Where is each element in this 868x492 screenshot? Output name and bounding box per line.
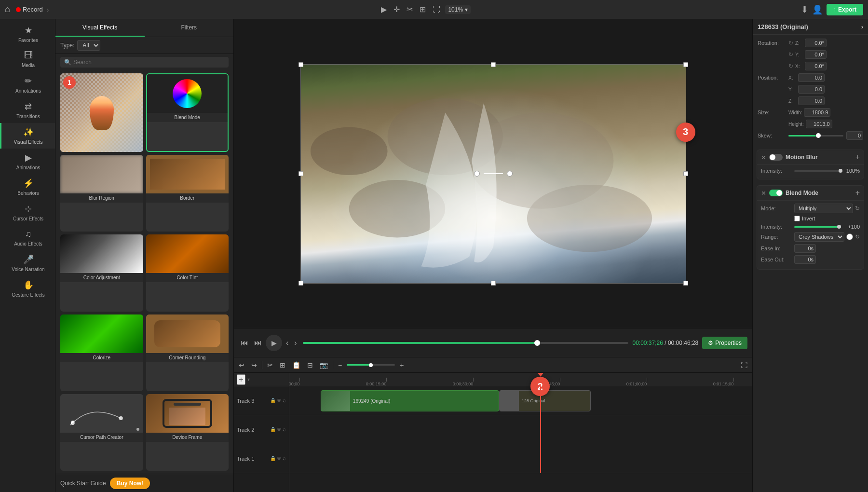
playhead-marker[interactable] (538, 373, 543, 377)
export-button[interactable]: ↑ Export (827, 4, 863, 15)
blend-intensity-slider[interactable] (794, 226, 841, 228)
tab-visual-effects[interactable]: Visual Effects (55, 19, 145, 37)
blend-intensity-thumb[interactable] (837, 225, 841, 229)
search-input[interactable] (73, 59, 225, 66)
width-input[interactable] (804, 108, 830, 117)
handle-mid-left[interactable] (298, 171, 303, 176)
motion-blur-remove[interactable]: ✕ (761, 154, 766, 161)
invert-checkbox[interactable] (794, 216, 800, 221)
timeline-scrubber[interactable] (303, 342, 629, 344)
mode-select[interactable]: Multiply (794, 204, 853, 213)
handle-top-left[interactable] (298, 62, 303, 67)
track-3-lane[interactable]: 169249 (Original) 128 Original 2 (289, 386, 752, 415)
copy-button[interactable]: ⊞ (278, 360, 287, 370)
paste-button[interactable]: 📋 (290, 360, 302, 370)
sidebar-item-animations[interactable]: ▶ Animations (0, 149, 55, 174)
handle-bottom-mid[interactable] (491, 281, 496, 286)
blend-mode-toggle[interactable] (769, 190, 783, 196)
sidebar-item-behaviors[interactable]: ⚡ Behaviors (0, 174, 55, 200)
fullscreen-icon[interactable]: ⛶ (431, 4, 442, 15)
track-3-mute[interactable]: 👁 (277, 398, 282, 403)
track-3-solo[interactable]: ♫ (283, 398, 286, 403)
cut-button[interactable]: ✂ (265, 360, 275, 370)
handle-mid-right[interactable] (683, 171, 688, 176)
mode-refresh[interactable]: ↻ (855, 205, 860, 212)
track-2-lane[interactable] (289, 415, 752, 444)
blend-mode-add[interactable]: + (855, 189, 860, 197)
scrubber-track[interactable] (303, 342, 629, 344)
prev-clip-button[interactable]: ‹ (284, 337, 290, 349)
rotation-x-input[interactable] (805, 62, 827, 70)
handle-bottom-left[interactable] (298, 281, 303, 286)
effect-color-adjustment[interactable]: Color Adjustment (60, 234, 143, 311)
handle-bottom-right[interactable] (683, 281, 688, 286)
undo-button[interactable]: ↩ (237, 360, 246, 370)
zoom-control[interactable]: 101% ▾ (445, 5, 471, 14)
motion-blur-toggle[interactable] (769, 154, 783, 161)
track-2-mute[interactable]: 👁 (277, 427, 282, 432)
scrubber-thumb[interactable] (534, 340, 540, 346)
record-screen-icon[interactable]: ⊞ (418, 4, 428, 15)
effect-corner-rounding[interactable]: Corner Rounding (146, 314, 229, 391)
intensity-slider-thumb[interactable] (839, 169, 842, 173)
buy-now-button[interactable]: Buy Now! (110, 478, 150, 489)
effect-border[interactable]: Border (146, 155, 229, 232)
tab-filters[interactable]: Filters (145, 19, 234, 37)
sidebar-item-visual-effects[interactable]: ✨ Visual Effects (0, 123, 55, 149)
step-back-button[interactable]: ⏮ (239, 337, 250, 349)
effect-blur-region[interactable]: Blur Region (60, 155, 143, 232)
track-1-mute[interactable]: 👁 (277, 456, 282, 461)
rotation-y-input[interactable] (805, 50, 827, 59)
search-box[interactable]: 🔍 (60, 57, 229, 68)
zoom-in-button[interactable]: + (398, 360, 406, 370)
rotate-y-icon[interactable]: ↻ (788, 63, 793, 69)
cursor-tool-icon[interactable]: ✛ (392, 4, 402, 15)
sidebar-item-gesture-effects[interactable]: ✋ Gesture Effects (0, 276, 55, 301)
effect-background-remove[interactable]: 1 Background Remo... (60, 73, 143, 152)
camera-button[interactable]: 📷 (318, 360, 330, 370)
center-handle[interactable] (474, 171, 513, 177)
type-select[interactable]: All (77, 40, 100, 51)
effect-device-frame[interactable]: Device Frame (146, 394, 229, 471)
ease-out-input[interactable] (794, 255, 816, 264)
next-clip-button[interactable]: › (292, 337, 298, 349)
clip-169249[interactable]: 169249 (Original) (321, 390, 499, 411)
motion-blur-add[interactable]: + (855, 153, 860, 162)
effect-color-tint[interactable]: Color TInt (146, 234, 229, 311)
sidebar-item-favorites[interactable]: ★ Favorites (0, 21, 55, 47)
trim-tool-icon[interactable]: ✂ (405, 4, 415, 15)
track-1-lock[interactable]: 🔒 (270, 456, 276, 461)
skew-input[interactable] (846, 131, 863, 140)
handle-top-right[interactable] (683, 62, 688, 67)
handle-top-mid[interactable] (491, 62, 496, 67)
zoom-out-button[interactable]: − (336, 360, 344, 370)
range-color-picker[interactable] (846, 233, 853, 240)
sidebar-item-audio-effects[interactable]: ♫ Audio Effects (0, 225, 55, 250)
download-icon[interactable]: ⬇ (801, 4, 808, 15)
rotate-z-icon[interactable]: ↻ (788, 40, 793, 46)
frame-back-button[interactable]: ⏭ (252, 337, 264, 349)
play-pause-button[interactable]: ▶ (266, 335, 282, 351)
range-select[interactable]: Grey Shadows (794, 232, 844, 242)
split-button[interactable]: ⊟ (305, 360, 315, 370)
zoom-slider[interactable] (347, 364, 395, 366)
track-2-solo[interactable]: ♫ (283, 427, 286, 432)
track-1-lane[interactable] (289, 444, 752, 473)
expand-tracks-icon[interactable]: ▾ (247, 377, 250, 382)
sidebar-item-voice-narration[interactable]: 🎤 Voice Narration (0, 250, 55, 276)
rotation-z-input[interactable] (805, 39, 827, 47)
track-1-solo[interactable]: ♫ (283, 456, 286, 461)
skew-slider[interactable] (788, 135, 843, 137)
expand-button[interactable]: ⛶ (739, 360, 749, 370)
sidebar-item-transitions[interactable]: ⇄ Transitions (0, 97, 55, 123)
position-y-input[interactable] (798, 85, 825, 94)
skew-slider-thumb[interactable] (816, 133, 821, 138)
track-2-lock[interactable]: 🔒 (270, 427, 276, 432)
effect-cursor-path-creator[interactable]: Cursor Path Creator (60, 394, 143, 471)
home-icon[interactable]: ⌂ (5, 4, 10, 14)
height-input[interactable] (806, 120, 832, 128)
effect-colorize[interactable]: Colorize (60, 314, 143, 391)
blend-mode-remove[interactable]: ✕ (761, 190, 766, 197)
quick-start-button[interactable]: Quick Start Guide (60, 480, 106, 487)
sidebar-item-cursor-effects[interactable]: ⊹ Cursor Effects (0, 200, 55, 225)
